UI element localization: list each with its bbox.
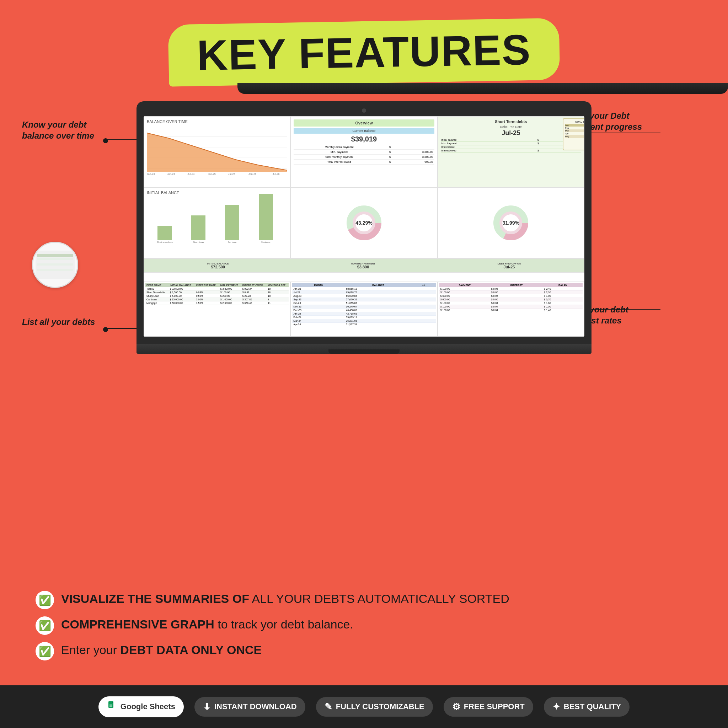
current-balance-label: Current Balance — [294, 128, 434, 134]
table-row: Dec-2346,408.08 — [292, 308, 436, 312]
table-row: Jul-2365,098.75 — [292, 291, 436, 294]
svg-rect-4 — [37, 263, 73, 266]
svg-text:Jul-24: Jul-24 — [187, 173, 194, 176]
svg-text:Jul-25: Jul-25 — [228, 173, 236, 176]
overview-title: Overview — [294, 119, 434, 127]
annual-total-thumb: NUAL TOTA JanXXX FebXXX MarXXX AprXXX Ma… — [563, 118, 584, 150]
overview-row-1-val — [396, 145, 434, 150]
table-row: Feb-2439,019.11 — [292, 315, 436, 319]
donut2-cell: 31.99% — [437, 187, 584, 258]
overview-table: Monthly extra payment$ Min. payment$3,80… — [294, 145, 434, 165]
best-quality-label: BEST QUALITY — [564, 702, 621, 711]
overview-row-3-val: 3,800.00 — [396, 154, 434, 160]
table-row: Nov-2350,249.64 — [292, 304, 436, 308]
svg-rect-29 — [110, 706, 112, 707]
quality-icon: ✦ — [552, 701, 560, 712]
overview-row-1-label: Monthly extra payment — [294, 145, 384, 150]
svg-rect-1 — [37, 254, 73, 257]
balance-table-cell: MONTH BALANCE +/- Jan-2368,855.13 Jul-23… — [291, 281, 437, 337]
overview-row-4-val: 992.37 — [396, 160, 434, 165]
svg-rect-27 — [110, 704, 112, 705]
check-circle-3: ✅ — [35, 642, 54, 661]
bar-mortgage-label: Mortgage — [261, 241, 270, 243]
google-sheets-label: Google Sheets — [121, 702, 175, 711]
table-row: Car Loan $ 15,000.00 3.00% $ 1,000.00 $ … — [145, 298, 289, 301]
overview-row-3-label: Total monthly payment — [294, 154, 384, 160]
svg-rect-3 — [37, 260, 73, 263]
header-section: KEY FEATURES — [0, 0, 728, 83]
table-row: Jan-2442,765.65 — [292, 312, 436, 315]
table-row: Mar-2435,271.06 — [292, 319, 436, 323]
feature-item-3: ✅ Enter your DEBT DATA ONLY ONCE — [35, 642, 693, 661]
svg-rect-28 — [110, 705, 112, 706]
bar-mortgage-rect — [259, 194, 273, 240]
donut1-cell: 43.29% — [291, 187, 437, 258]
laptop-body: BALANCE OVER TIME — [136, 101, 592, 344]
table-row: Aug-2365,000.84 — [292, 294, 436, 298]
summary-row: INITIAL BALANCE $72,500 MONTHLY PAYMENT … — [144, 258, 584, 273]
key-features-badge: KEY FEATURES — [168, 18, 560, 86]
badge-google-sheets[interactable]: Google Sheets — [98, 696, 184, 717]
check-circle-1: ✅ — [35, 591, 54, 609]
balance-amount: $39,019 — [294, 135, 434, 143]
summary-initial-balance: INITIAL BALANCE $72,500 — [207, 262, 229, 269]
bottom-bar: Google Sheets ⬇ INSTANT DOWNLOAD ✎ FULLY… — [0, 685, 728, 728]
summary-monthly-label: MONTHLY PAYMENT — [351, 262, 375, 265]
laptop-base — [136, 344, 592, 354]
svg-text:Jan-25: Jan-25 — [208, 173, 216, 176]
laptop-stand — [237, 83, 728, 94]
circle-thumb-left — [32, 242, 78, 288]
bar-short-term-rect — [158, 226, 172, 240]
spreadsheet-grid: BALANCE OVER TIME — [144, 116, 584, 336]
badge-instant-download[interactable]: ⬇ INSTANT DOWNLOAD — [194, 697, 305, 717]
table-row: $ 100.00$ 0.05$ 2,30 — [439, 291, 583, 294]
detail-table: DEBT NAME INITIAL BALANCE INTEREST RATE … — [145, 283, 289, 305]
feature-text-2: COMPREHENSIVE GRAPH to track yor debt ba… — [61, 616, 353, 632]
badge-best-quality[interactable]: ✦ BEST QUALITY — [544, 697, 630, 717]
summary-debt-value: Jul-25 — [498, 265, 521, 269]
overview-row-2-label: Min. payment — [294, 150, 384, 154]
instant-download-label: INSTANT DOWNLOAD — [214, 702, 297, 711]
debt-free-label: Debt Free Date — [441, 125, 581, 128]
table-row: Apr-2431,517.38 — [292, 323, 436, 326]
features-section: ✅ VISUALIZE THE SUMMARIES OF ALL YOUR DE… — [35, 591, 693, 668]
svg-text:Jan-23: Jan-23 — [147, 173, 154, 176]
feature-item-2: ✅ COMPREHENSIVE GRAPH to track yor debt … — [35, 616, 693, 635]
summary-debt-paid-off: DEBT PAID OFF ON Jul-25 — [498, 262, 521, 269]
initial-balance-cell: INITIAL BALANCE Short-term debts Study L… — [144, 187, 291, 258]
feature-text-1: VISUALIZE THE SUMMARIES OF ALL YOUR DEBT… — [61, 591, 509, 606]
check-circle-2: ✅ — [35, 616, 54, 635]
payment-table-cell: PAYMENT INTEREST BALAN $ 100.00$ 0.06$ 2… — [437, 281, 584, 337]
short-term-table: Initial balance$2,5 Min. Payment$ Intere… — [441, 138, 581, 153]
chart-title-balance: BALANCE OVER TIME — [147, 119, 287, 124]
edit-icon: ✎ — [324, 701, 332, 712]
svg-rect-6 — [37, 269, 73, 271]
svg-text:Jul-26: Jul-26 — [273, 173, 280, 176]
payment-table: PAYMENT INTEREST BALAN $ 100.00$ 0.06$ 2… — [439, 283, 583, 312]
bar-study-loan-label: Study Loan — [193, 241, 204, 243]
feature-text-3: Enter your DEBT DATA ONLY ONCE — [61, 642, 262, 658]
table-row: Study Loan $ 5,000.00 0.50% $ 200.00 $ 2… — [145, 294, 289, 298]
summary-monthly-value: $3,800 — [351, 265, 375, 269]
table-row: TOTAL $ 72,500.00 $ 3,800.00 $ 992.37 18 — [145, 287, 289, 291]
area-chart: Jan-23 Jan-24 Jul-24 Jan-25 Jul-25 Jan-2… — [147, 126, 287, 176]
overview-row-2-val: 3,800.00 — [396, 150, 434, 154]
bar-study-loan: Study Loan — [184, 216, 213, 243]
donut2-text: 31.99% — [503, 220, 519, 226]
table-row: Short Term debts $ 2,500.00 0.03% $ 100.… — [145, 291, 289, 294]
bar-mortgage: Mortgage — [251, 194, 280, 243]
balance-over-time-cell: BALANCE OVER TIME — [144, 116, 291, 187]
badge-customizable[interactable]: ✎ FULLY CUSTOMIZABLE — [316, 697, 433, 717]
donut1-wrapper: 43.29% — [344, 203, 384, 242]
bar-car-loan-label: Car Loan — [228, 241, 237, 243]
donut1-text: 43.29% — [355, 220, 372, 226]
bar-car-loan: Car Loan — [218, 205, 247, 243]
table-row: Sep-2357,670.32 — [292, 298, 436, 301]
table-row: $ 600.00$ 0.05$ 0,70 — [439, 298, 583, 301]
badge-free-support[interactable]: ⚙ FREE SUPPORT — [444, 697, 533, 717]
svg-text:Jan-26: Jan-26 — [248, 173, 256, 176]
download-icon: ⬇ — [203, 701, 211, 712]
free-support-label: FREE SUPPORT — [464, 702, 525, 711]
table-row: $ 100.00$ 0.06$ 2,40 — [439, 287, 583, 291]
annotation-balance-over-time: Know your debt balance over time — [22, 119, 100, 141]
